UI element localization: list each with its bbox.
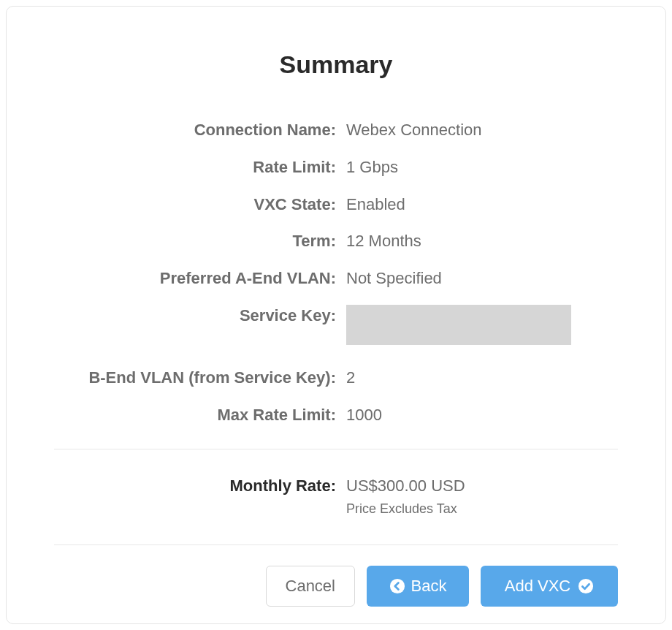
cancel-button[interactable]: Cancel	[266, 566, 355, 607]
field-service-key: Service Key:	[54, 305, 618, 345]
summary-card: Summary Connection Name: Webex Connectio…	[6, 6, 666, 624]
field-value: Not Specified	[346, 267, 442, 290]
field-value: Enabled	[346, 194, 405, 216]
field-b-end-vlan: B-End VLAN (from Service Key): 2	[54, 367, 618, 390]
svg-point-1	[579, 579, 593, 593]
field-vxc-state: VXC State: Enabled	[54, 194, 618, 216]
price-row: Monthly Rate: US$300.00 USD	[54, 475, 618, 498]
price-label: Monthly Rate:	[54, 475, 346, 498]
summary-fields: Connection Name: Webex Connection Rate L…	[54, 119, 618, 441]
field-label: Term:	[54, 230, 346, 253]
check-circle-icon	[578, 578, 594, 594]
field-rate-limit: Rate Limit: 1 Gbps	[54, 156, 618, 179]
arrow-left-circle-icon	[389, 578, 405, 594]
service-key-redacted	[346, 305, 571, 345]
field-preferred-a-end-vlan: Preferred A-End VLAN: Not Specified	[54, 267, 618, 290]
field-label: Connection Name:	[54, 119, 346, 142]
field-label: Service Key:	[54, 305, 346, 327]
field-connection-name: Connection Name: Webex Connection	[54, 119, 618, 142]
back-button[interactable]: Back	[367, 566, 469, 607]
field-label: Preferred A-End VLAN:	[54, 267, 346, 290]
divider	[54, 544, 618, 545]
field-value: 1000	[346, 404, 382, 427]
cancel-button-label: Cancel	[286, 577, 335, 596]
price-note: Price Excludes Tax	[346, 501, 618, 517]
field-value: 2	[346, 367, 355, 390]
field-value: 12 Months	[346, 230, 421, 253]
price-value: US$300.00 USD	[346, 475, 465, 498]
add-vxc-button[interactable]: Add VXC	[481, 566, 618, 607]
field-term: Term: 12 Months	[54, 230, 618, 253]
svg-point-0	[389, 579, 404, 593]
field-label: VXC State:	[54, 194, 346, 216]
field-value: 1 Gbps	[346, 156, 398, 179]
add-vxc-button-label: Add VXC	[505, 577, 571, 596]
field-label: Max Rate Limit:	[54, 404, 346, 427]
field-label: Rate Limit:	[54, 156, 346, 179]
page-title: Summary	[54, 50, 618, 79]
button-row: Cancel Back Add VXC	[54, 566, 618, 607]
field-value: Webex Connection	[346, 119, 482, 142]
divider	[54, 449, 618, 449]
field-max-rate-limit: Max Rate Limit: 1000	[54, 404, 618, 427]
field-label: B-End VLAN (from Service Key):	[54, 367, 346, 390]
back-button-label: Back	[411, 577, 447, 596]
